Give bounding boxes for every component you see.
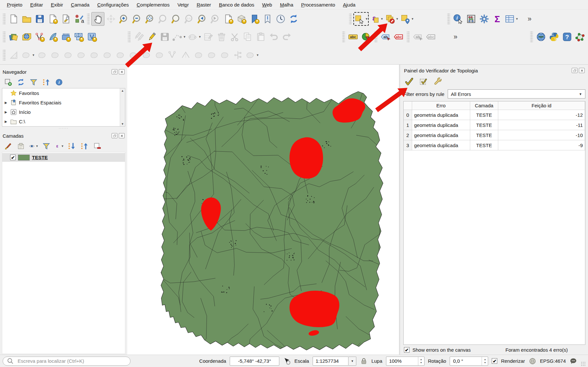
scroll-up-icon[interactable]: ▲ (121, 89, 124, 92)
expander-icon[interactable]: ▶ (4, 101, 8, 104)
layer-item-teste[interactable]: ✔ TESTE (2, 153, 125, 162)
browser-scrollbar[interactable]: ▲ ▼ (120, 88, 125, 126)
menu-complementos[interactable]: Complementos (133, 1, 173, 8)
coordinate-field[interactable]: -5,748° -42,73° (230, 357, 279, 366)
scale-combobox[interactable]: 1:1257734 ▼ (313, 357, 356, 366)
layer-labeling-options-button[interactable]: abc (347, 30, 360, 44)
menu-projeto[interactable]: Projeto (3, 1, 26, 8)
layer-cell[interactable]: TESTE (470, 140, 498, 150)
deselect-features-dropdown[interactable]: ▼ (396, 17, 399, 21)
menu-processamento[interactable]: Processamento (298, 1, 339, 8)
toolbar-drag-handle[interactable] (87, 13, 90, 24)
browser-item-in-cio[interactable]: ▶Início (2, 107, 125, 117)
add-selected-layers-button[interactable] (3, 77, 13, 87)
filter-by-expression-dropdown[interactable]: ▼ (61, 145, 64, 148)
toolbar-drag-handle[interactable] (3, 13, 6, 24)
close-panel-button[interactable] (119, 69, 125, 74)
new-spatial-bookmark-button[interactable]: * (248, 12, 261, 26)
sum-features-button[interactable]: Σ (491, 12, 504, 26)
layer-visibility-checkbox[interactable]: ✔ (10, 155, 16, 160)
new-3d-map-view-button[interactable]: * (235, 12, 248, 26)
menu-ajuda[interactable]: Ajuda (339, 1, 359, 8)
toolbar-drag-handle[interactable] (349, 13, 352, 24)
open-project-button[interactable] (20, 12, 33, 26)
highlight-pinned-labels-button[interactable]: abc (392, 30, 405, 44)
layer-cell[interactable]: TESTE (470, 120, 498, 130)
resize-grip[interactable] (581, 361, 585, 366)
toolbar-drag-handle[interactable] (128, 31, 131, 42)
feature-id-cell[interactable]: -9 (498, 140, 585, 150)
pin-labels-button[interactable]: ab (379, 30, 392, 44)
toolbar-drag-handle[interactable] (407, 31, 410, 42)
browser-properties-button[interactable]: i (54, 77, 64, 87)
map-canvas[interactable] (127, 65, 399, 355)
refresh-map-button[interactable] (287, 12, 300, 26)
manage-map-themes-button[interactable]: ▼ (29, 141, 39, 151)
error-cell[interactable]: geometria duplicada (412, 140, 470, 150)
error-cell[interactable]: geometria duplicada (412, 110, 470, 120)
scale-dropdown-button[interactable]: ▼ (348, 357, 356, 366)
select-features-button[interactable]: ▼ (353, 12, 369, 26)
zoom-full-button[interactable] (144, 12, 157, 26)
collapse-all-button[interactable] (41, 77, 51, 87)
new-scratch-layer-button[interactable]: * (46, 30, 59, 44)
messages-icon[interactable] (569, 357, 577, 365)
panel-splitter[interactable]: ······ (2, 127, 125, 130)
manage-map-themes-dropdown[interactable]: ▼ (36, 145, 39, 148)
scroll-down-icon[interactable]: ▼ (121, 122, 124, 126)
offset-point-symbol-dropdown[interactable]: ▼ (256, 54, 259, 57)
processing-toolbox-button[interactable] (478, 12, 491, 26)
data-source-manager-button[interactable] (7, 30, 20, 44)
browser-item-favoritos-espaciais[interactable]: ▶Favoritos Espaciais (2, 98, 125, 107)
help-contents-button[interactable]: ? (561, 30, 574, 44)
pan-map-button[interactable] (91, 12, 104, 26)
locator-input[interactable] (17, 358, 127, 364)
browser-item-favoritos[interactable]: Favoritos (2, 88, 125, 98)
open-layer-styling-button[interactable] (3, 141, 13, 151)
select-by-value-button[interactable]: ▼ (399, 12, 415, 26)
select-by-expression-button[interactable]: ε▼ (369, 12, 384, 26)
feature-id-cell[interactable]: -11 (498, 120, 585, 130)
lock-scale-icon[interactable] (360, 357, 368, 365)
python-console-button[interactable] (548, 30, 561, 44)
layer-cell[interactable]: TESTE (470, 130, 498, 140)
move-feature-dropdown[interactable]: ▼ (32, 54, 35, 57)
row-index[interactable]: 1 (404, 120, 412, 130)
validate-extent-button[interactable] (418, 76, 429, 87)
show-errors-checkbox[interactable]: ✔ (404, 347, 410, 353)
add-raster-layer-button[interactable]: * (72, 30, 85, 44)
deselect-features-button[interactable]: ▼ (384, 12, 399, 26)
feature-id-cell[interactable]: -10 (498, 130, 585, 140)
column-header-0[interactable]: Erro (412, 101, 470, 110)
menu-vetor[interactable]: Vetor (174, 1, 193, 8)
new-map-view-button[interactable]: * (222, 12, 235, 26)
new-print-layout-button[interactable]: * (46, 12, 59, 26)
add-virtual-layer-button[interactable]: * (85, 30, 99, 44)
toolbar-drag-handle[interactable] (3, 50, 6, 61)
zoom-to-layer-button[interactable] (170, 12, 183, 26)
magnifier-spinbox[interactable]: 100% ▲▼ (386, 357, 425, 366)
add-mesh-layer-button[interactable]: * (59, 30, 72, 44)
feature-id-cell[interactable]: -12 (498, 110, 585, 120)
float-panel-button[interactable] (112, 69, 117, 74)
menu-configura-es[interactable]: Configurações (94, 1, 132, 8)
toolbar-drag-handle[interactable] (3, 31, 6, 42)
add-delimited-text-layer-button[interactable]: * (33, 30, 46, 44)
error-cell[interactable]: geometria duplicada (412, 120, 470, 130)
menu-exibir[interactable]: Exibir (47, 1, 67, 8)
statistical-summary-button[interactable] (465, 12, 478, 26)
close-panel-button[interactable] (119, 133, 125, 138)
refresh-browser-button[interactable] (16, 77, 26, 87)
menu-banco-de-dados[interactable]: Banco de dados (215, 1, 258, 8)
crs-status[interactable]: EPSG:4674 (540, 358, 566, 364)
new-project-button[interactable] (7, 12, 20, 26)
save-project-button[interactable] (33, 12, 46, 26)
select-features-dropdown[interactable]: ▼ (365, 17, 368, 21)
style-manager-button[interactable]: a (72, 12, 85, 26)
row-index[interactable]: 2 (404, 130, 412, 140)
toggle-extents-icon[interactable] (283, 357, 291, 365)
zoom-out-button[interactable] (131, 12, 144, 26)
expand-all-button[interactable] (67, 141, 77, 151)
toggle-editing-button[interactable] (145, 30, 158, 44)
float-panel-button[interactable] (112, 133, 117, 138)
